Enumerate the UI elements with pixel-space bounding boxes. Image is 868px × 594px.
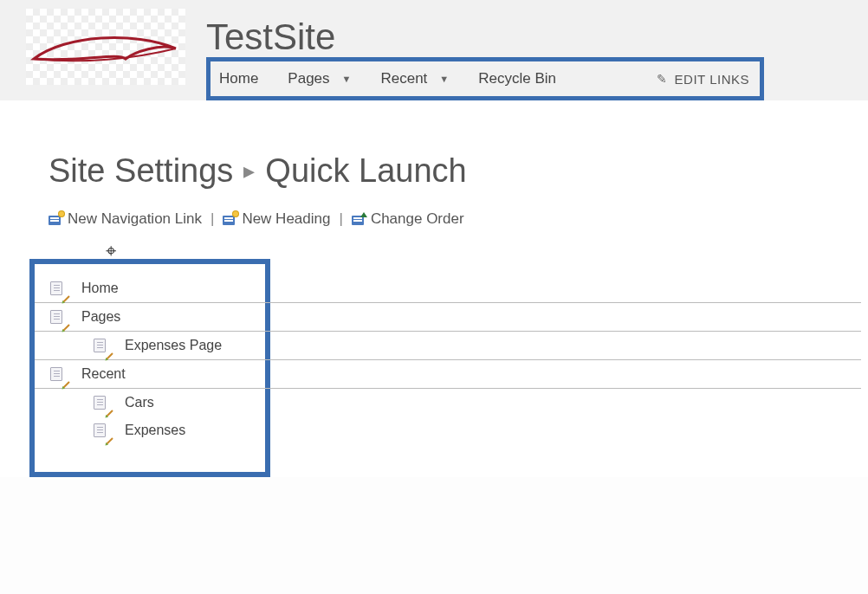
breadcrumb: Site Settings ▸ Quick Launch bbox=[49, 152, 868, 190]
breadcrumb-parent[interactable]: Site Settings bbox=[49, 152, 233, 190]
tree-item-cars[interactable]: Cars bbox=[35, 389, 265, 416]
header-band: TestSite Home Pages ▼ Recent ▼ Recycle B… bbox=[0, 0, 868, 100]
chevron-down-icon: ▼ bbox=[342, 74, 352, 84]
tree-item-expenses-page[interactable]: Expenses Page bbox=[35, 332, 861, 360]
nav-home[interactable]: Home bbox=[219, 70, 258, 87]
nav-label: Recycle Bin bbox=[478, 70, 556, 87]
page-edit-icon bbox=[50, 367, 66, 381]
tree-item-label: Home bbox=[81, 281, 119, 296]
new-heading-link[interactable]: New Heading bbox=[223, 210, 330, 228]
tree-item-recent[interactable]: Recent bbox=[35, 360, 861, 389]
nav-recent[interactable]: Recent ▼ bbox=[380, 70, 449, 87]
page-edit-icon bbox=[50, 281, 66, 295]
tree-item-label: Recent bbox=[81, 366, 126, 382]
action-label: New Navigation Link bbox=[68, 210, 202, 228]
change-order-icon bbox=[352, 213, 366, 225]
new-navigation-link[interactable]: New Navigation Link bbox=[49, 210, 202, 228]
separator: | bbox=[339, 210, 342, 228]
tree-item-home[interactable]: Home bbox=[35, 274, 861, 303]
separator: | bbox=[211, 210, 214, 228]
tree-item-label: Expenses Page bbox=[125, 338, 222, 353]
tree-item-label: Expenses bbox=[125, 423, 185, 438]
nav-pages[interactable]: Pages ▼ bbox=[288, 70, 351, 87]
change-order-link[interactable]: Change Order bbox=[352, 210, 464, 228]
nav-recycle-bin[interactable]: Recycle Bin bbox=[478, 70, 556, 87]
nav-label: Home bbox=[219, 70, 258, 87]
tree-item-pages[interactable]: Pages bbox=[35, 303, 861, 332]
new-link-icon bbox=[49, 213, 62, 225]
breadcrumb-current: Quick Launch bbox=[265, 152, 466, 190]
pencil-icon: ✎ bbox=[657, 72, 668, 86]
action-label: Change Order bbox=[371, 210, 464, 228]
page-edit-icon bbox=[94, 339, 109, 352]
breadcrumb-separator-icon: ▸ bbox=[243, 158, 255, 184]
site-title[interactable]: TestSite bbox=[206, 19, 868, 55]
nav-label: Recent bbox=[380, 70, 427, 87]
edit-links-label: EDIT LINKS bbox=[675, 72, 749, 87]
top-nav-bar: Home Pages ▼ Recent ▼ Recycle Bin ✎ EDIT… bbox=[206, 57, 764, 100]
nav-label: Pages bbox=[288, 70, 329, 87]
actions-row: New Navigation Link | New Heading | Chan… bbox=[49, 210, 868, 228]
page-edit-icon bbox=[50, 310, 66, 324]
edit-links-button[interactable]: ✎ EDIT LINKS bbox=[657, 72, 749, 87]
action-label: New Heading bbox=[242, 210, 330, 228]
tree-item-expenses[interactable]: Expenses bbox=[35, 416, 265, 444]
content-area: Site Settings ▸ Quick Launch New Navigat… bbox=[0, 100, 868, 477]
page-edit-icon bbox=[94, 423, 109, 437]
site-logo[interactable] bbox=[26, 9, 185, 85]
quick-launch-tree: ⌖ Home Pages Expenses Page Recent Cars E… bbox=[29, 259, 270, 477]
cursor-icon: ⌖ bbox=[106, 240, 116, 262]
tree-item-label: Pages bbox=[81, 309, 120, 325]
chevron-down-icon: ▼ bbox=[439, 74, 449, 84]
tree-item-label: Cars bbox=[125, 395, 154, 410]
new-heading-icon bbox=[223, 213, 236, 225]
page-edit-icon bbox=[94, 396, 109, 410]
